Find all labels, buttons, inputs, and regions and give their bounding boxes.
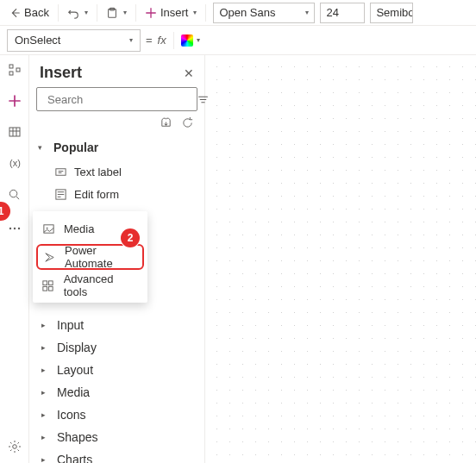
- insert-dropdown[interactable]: Insert ▾: [140, 2, 203, 24]
- chevron-right-icon: ▸: [41, 388, 50, 397]
- svg-rect-13: [55, 168, 65, 175]
- category-input[interactable]: ▸Input: [29, 314, 204, 336]
- divider: [58, 4, 59, 22]
- edit-form-icon: [53, 187, 67, 201]
- cat-label: Input: [57, 318, 84, 332]
- chevron-down-icon: ▾: [123, 9, 127, 16]
- chevron-right-icon: ▸: [41, 321, 50, 329]
- item-edit-form[interactable]: Edit form: [29, 183, 204, 205]
- cat-label: Icons: [57, 408, 85, 422]
- svg-rect-20: [43, 286, 47, 291]
- chevron-right-icon: ▸: [41, 433, 50, 441]
- divider: [173, 32, 174, 49]
- chevron-down-icon: ▾: [305, 9, 309, 16]
- search-rail-button[interactable]: [7, 186, 22, 202]
- clipboard-icon: [106, 7, 118, 19]
- property-value: OnSelect: [15, 34, 60, 47]
- divider: [135, 4, 136, 22]
- panel-title: Insert: [40, 64, 82, 82]
- svg-point-11: [12, 445, 16, 449]
- annotation-2: 2: [121, 228, 140, 247]
- filter-icon[interactable]: [197, 94, 209, 105]
- menu-label: Advanced tools: [64, 272, 139, 298]
- insert-label: Insert: [160, 6, 189, 19]
- svg-rect-18: [43, 280, 47, 285]
- font-weight-select[interactable]: Semibold: [370, 3, 413, 23]
- arrow-left-icon: [9, 7, 21, 19]
- svg-rect-3: [9, 72, 13, 75]
- design-canvas[interactable]: [205, 55, 476, 463]
- equals-sign: =: [146, 34, 153, 47]
- category-shapes[interactable]: ▸Shapes: [29, 426, 204, 448]
- search-input[interactable]: [47, 90, 192, 109]
- svg-point-8: [9, 228, 10, 229]
- svg-rect-21: [49, 286, 53, 291]
- chevron-right-icon: ▸: [41, 343, 50, 352]
- text-label-icon: [53, 165, 67, 178]
- svg-text:(x): (x): [9, 158, 21, 168]
- svg-point-9: [13, 228, 15, 229]
- more-rail-button[interactable]: [7, 221, 22, 236]
- data-rail-button[interactable]: [7, 124, 22, 140]
- font-family-select[interactable]: Open Sans ▾: [213, 3, 315, 23]
- chevron-right-icon: ▸: [41, 366, 50, 374]
- cat-label: Charts: [57, 453, 92, 463]
- menu-label: Media: [64, 222, 94, 235]
- category-charts[interactable]: ▸Charts: [29, 448, 204, 463]
- undo-button[interactable]: ▾: [62, 2, 93, 24]
- chevron-right-icon: ▸: [41, 455, 50, 463]
- copilot-icon: [181, 34, 193, 47]
- font-weight-value: Semibold: [376, 6, 412, 19]
- category-popular[interactable]: ▾ Popular: [29, 135, 204, 160]
- settings-rail-button[interactable]: [7, 439, 22, 454]
- property-select[interactable]: OnSelect ▾: [7, 29, 141, 52]
- svg-rect-2: [9, 65, 13, 68]
- variables-rail-button[interactable]: (x): [7, 155, 22, 171]
- category-media[interactable]: ▸Media: [29, 381, 204, 404]
- back-label: Back: [24, 6, 49, 19]
- category-icons[interactable]: ▸Icons: [29, 404, 204, 426]
- refresh-button[interactable]: [181, 116, 194, 129]
- chevron-down-icon: ▾: [129, 36, 133, 44]
- power-automate-icon: [43, 250, 56, 264]
- svg-point-7: [9, 190, 16, 197]
- get-more-components-button[interactable]: [160, 116, 172, 129]
- cat-label: Media: [57, 385, 90, 399]
- font-family-value: Open Sans: [219, 6, 275, 19]
- menu-label: Power Automate: [65, 244, 137, 270]
- media-icon: [41, 222, 55, 235]
- cat-label: Display: [57, 341, 97, 354]
- chevron-down-icon: ▾: [38, 143, 47, 152]
- insert-rail-button[interactable]: [7, 93, 22, 109]
- menu-advanced-tools[interactable]: Advanced tools: [33, 272, 147, 299]
- copilot-button[interactable]: ▾: [181, 34, 200, 47]
- cat-label: Shapes: [57, 430, 97, 444]
- font-size-value: 24: [326, 6, 338, 19]
- tree-view-button[interactable]: [7, 62, 22, 78]
- search-box[interactable]: [36, 87, 197, 111]
- close-panel-button[interactable]: ✕: [184, 66, 194, 80]
- more-menu-popup: Media Power Automate Advanced tools: [33, 211, 147, 303]
- item-text-label[interactable]: Text label: [29, 160, 204, 183]
- item-label: Edit form: [74, 188, 119, 201]
- svg-point-17: [46, 227, 47, 228]
- divider: [97, 4, 97, 22]
- chevron-down-icon: ▾: [85, 9, 88, 16]
- annotation-1-label: 1: [0, 205, 3, 217]
- menu-power-automate[interactable]: Power Automate: [36, 244, 144, 270]
- chevron-down-icon: ▾: [193, 9, 197, 16]
- item-label: Text label: [74, 166, 122, 178]
- formula-bar: OnSelect ▾ = fx ▾: [0, 26, 476, 55]
- category-display[interactable]: ▸Display: [29, 336, 204, 359]
- font-size-select[interactable]: 24: [320, 3, 365, 23]
- left-rail: (x): [0, 55, 29, 463]
- annotation-2-label: 2: [128, 232, 134, 244]
- category-layout[interactable]: ▸Layout: [29, 359, 204, 381]
- plus-icon: [145, 7, 157, 19]
- back-button[interactable]: Back: [3, 2, 54, 24]
- divider: [205, 4, 206, 22]
- advanced-tools-icon: [41, 278, 55, 292]
- cat-label: Layout: [57, 363, 93, 377]
- svg-point-10: [17, 228, 19, 229]
- paste-button[interactable]: ▾: [101, 2, 132, 24]
